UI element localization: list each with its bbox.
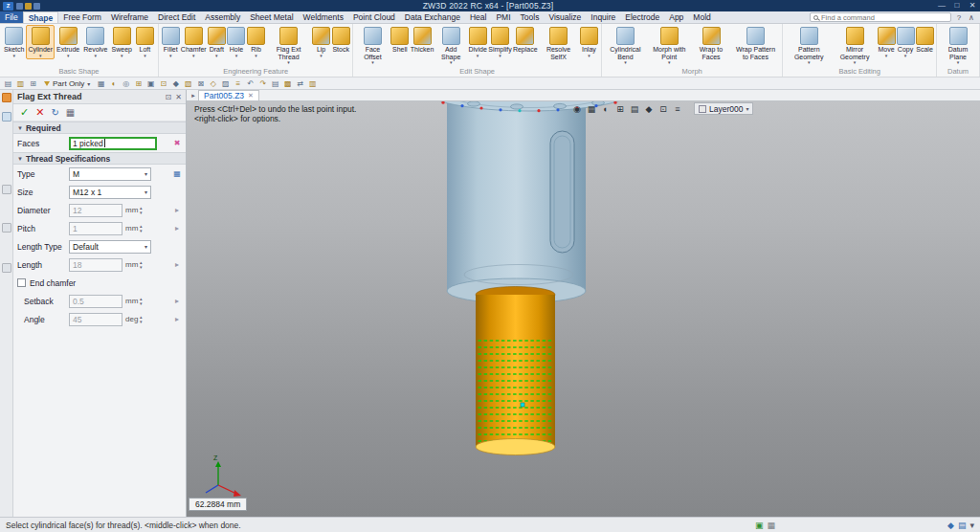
dock-icon[interactable]: ⊡	[166, 93, 172, 101]
close-dialog-icon[interactable]: ✕	[175, 93, 182, 101]
menu-tab[interactable]: Assembly	[200, 11, 245, 23]
ribbon-button[interactable]: Divide ▾	[468, 25, 488, 59]
quickbar-icon[interactable]: ◐	[108, 78, 119, 89]
quick-access-undo-icon[interactable]	[25, 3, 32, 10]
end-chamfer-checkbox[interactable]	[17, 278, 26, 287]
angle-input[interactable]: 45	[69, 313, 122, 326]
ribbon-button[interactable]: Rib ▾	[246, 25, 266, 59]
ribbon-button[interactable]: Morph with Point ▾	[647, 25, 691, 66]
ribbon-button[interactable]: Scale ▾	[915, 25, 934, 55]
expression-toggle-icon[interactable]: ▸	[172, 315, 182, 323]
assembly-manager-icon[interactable]	[2, 185, 11, 194]
ribbon-button[interactable]: Sweep ▾	[110, 25, 134, 59]
quick-access-save-icon[interactable]	[16, 3, 23, 10]
ribbon-button[interactable]: Revolve ▾	[81, 25, 109, 59]
menu-tab[interactable]: Heal	[465, 11, 491, 23]
thread-bottom-cap[interactable]	[476, 439, 555, 455]
section-required[interactable]: ▼ Required	[13, 122, 186, 134]
ribbon-button[interactable]: Wrap Pattern to Faces ▾	[731, 25, 781, 61]
display-filter-icon[interactable]: ≡	[672, 103, 683, 115]
thread-table-icon[interactable]: ▦	[172, 169, 182, 178]
expression-toggle-icon[interactable]: ▸	[172, 260, 182, 269]
shade-mode-icon[interactable]: ▦	[586, 103, 597, 115]
ribbon-button[interactable]: Resolve SelfX ▾	[538, 25, 579, 61]
pitch-input[interactable]: 1	[69, 222, 122, 235]
quickbar-icon[interactable]: ◆	[170, 78, 181, 89]
size-combo[interactable]: M12 x 1 ▾	[69, 186, 151, 199]
menu-tab[interactable]: Visualize	[544, 11, 586, 23]
quickbar-icon[interactable]: ▨	[220, 78, 231, 89]
spinner[interactable]: ▴▾	[140, 224, 143, 233]
ok-button[interactable]: ✓	[20, 106, 29, 119]
quickbar-icon[interactable]: ▧	[183, 78, 193, 89]
ribbon-button[interactable]: Pattern Geometry ▾	[785, 25, 833, 66]
clear-selection-icon[interactable]: ✖	[172, 139, 182, 147]
visual-manager-icon[interactable]	[2, 263, 11, 273]
maximize-button[interactable]: □	[949, 0, 965, 11]
quickbar-icon[interactable]: ◎	[121, 78, 131, 89]
quickbar-icon[interactable]: ≡	[233, 78, 243, 89]
ribbon-button[interactable]: Sketch ▾	[2, 25, 26, 59]
quick-access-redo-icon[interactable]	[33, 3, 40, 10]
quickbar-icon[interactable]: ▩	[282, 78, 293, 89]
document-tab[interactable]: Part005.Z3 ✕	[198, 90, 259, 100]
alert-icon[interactable]: ◆	[947, 521, 954, 530]
ribbon-button[interactable]: Wrap to Faces ▾	[692, 25, 731, 61]
history-manager-icon[interactable]	[2, 112, 11, 122]
menu-tab[interactable]: Weldments	[299, 11, 348, 23]
ribbon-button[interactable]: Cylinder ▾	[26, 25, 55, 59]
menu-tab[interactable]: Direct Edit	[153, 11, 200, 23]
status-expand-icon[interactable]: ▾	[969, 521, 974, 530]
point-snap-icon[interactable]: ◆	[643, 103, 655, 115]
quickbar-icon[interactable]: ⊞	[28, 78, 38, 89]
ribbon-button[interactable]: Add Shape ▾	[434, 25, 468, 66]
collapse-ribbon-icon[interactable]: ∧	[967, 13, 976, 22]
spinner[interactable]: ▴▾	[140, 260, 143, 269]
diameter-input[interactable]: 12	[69, 204, 122, 217]
viewport[interactable]: ▸ Part005.Z3 ✕	[187, 90, 980, 517]
view-manager-icon[interactable]	[2, 223, 11, 233]
quickbar-icon[interactable]: ⇄	[295, 78, 305, 89]
type-combo[interactable]: M ▾	[69, 167, 151, 181]
cancel-button[interactable]: ✕	[35, 106, 44, 119]
render-mode-icon[interactable]: ◐	[600, 103, 612, 115]
setback-input[interactable]: 0.5	[69, 295, 122, 308]
quickbar-icon[interactable]: ↷	[257, 78, 268, 89]
selection-filter-icon[interactable]: ▦	[768, 521, 776, 530]
ribbon-button[interactable]: Thicken ▾	[410, 25, 434, 55]
menu-tab[interactable]: Data Exchange	[400, 11, 465, 23]
quickbar-icon[interactable]: ⊠	[195, 78, 206, 89]
spinner[interactable]: ▴▾	[140, 206, 143, 214]
ribbon-button[interactable]: Cylindrical Bend ▾	[604, 25, 647, 66]
ribbon-button[interactable]: Copy ▾	[896, 25, 915, 59]
expression-toggle-icon[interactable]: ▸	[172, 224, 182, 233]
menu-tab[interactable]: App	[664, 11, 688, 23]
minimize-button[interactable]: —	[934, 0, 949, 11]
ribbon-button[interactable]: Face Offset ▾	[355, 25, 390, 66]
ribbon-button[interactable]: Simplify ▾	[488, 25, 513, 59]
menu-tab[interactable]: Wireframe	[106, 11, 153, 23]
ribbon-button[interactable]: Datum Plane ▾	[939, 25, 977, 66]
spinner[interactable]: ▴▾	[140, 315, 143, 323]
model-canvas[interactable]: Z X	[187, 101, 980, 517]
quickbar-icon[interactable]: ▤	[3, 78, 13, 89]
spinner[interactable]: ▴▾	[140, 297, 143, 305]
quickbar-icon[interactable]: ▣	[145, 78, 156, 89]
help-icon[interactable]: ?	[954, 13, 964, 22]
display-toggle-icon[interactable]: ▣	[755, 521, 764, 530]
quickbar-icon[interactable]: ▥	[15, 78, 26, 89]
align-plane-icon[interactable]: ◉	[571, 103, 583, 115]
ribbon-button[interactable]: Extrude ▾	[55, 25, 81, 59]
zoom-fit-icon[interactable]: ⊡	[657, 103, 669, 115]
menu-tab[interactable]: Inquire	[586, 11, 620, 23]
quickbar-icon[interactable]: ⊞	[133, 78, 144, 89]
quickbar-icon[interactable]: ⊡	[158, 78, 168, 89]
ribbon-button[interactable]: Move ▾	[877, 25, 896, 59]
ribbon-button[interactable]: Mirror Geometry ▾	[833, 25, 877, 66]
output-panel-icon[interactable]: ▤	[958, 521, 967, 530]
quickbar-icon[interactable]: ◇	[208, 78, 218, 89]
quickbar-icon[interactable]: ▦	[96, 78, 106, 89]
command-search[interactable]	[810, 12, 951, 22]
active-command-icon[interactable]	[2, 93, 11, 102]
ribbon-button[interactable]: Lip ▾	[311, 25, 331, 59]
